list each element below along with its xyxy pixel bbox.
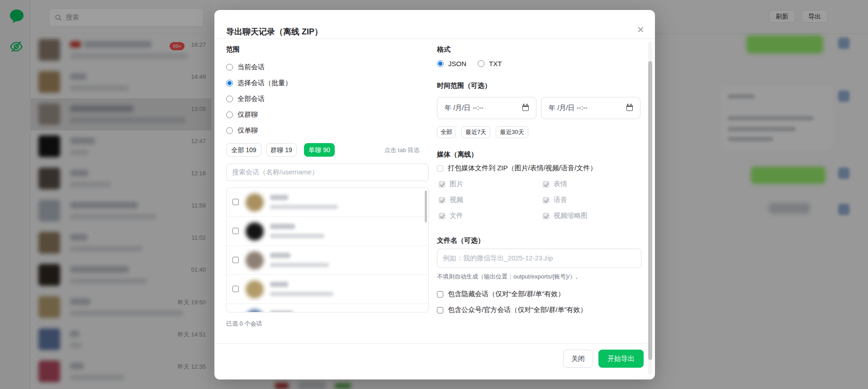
conversation-row[interactable] xyxy=(227,246,429,275)
avatar xyxy=(246,280,264,298)
conversation-search-placeholder: 搜索会话（名称/username） xyxy=(232,168,318,177)
checkbox-label: 表情 xyxy=(554,180,567,188)
conversation-search-input[interactable]: 搜索会话（名称/username） xyxy=(226,163,429,181)
blurred-text xyxy=(270,234,324,238)
avatar xyxy=(246,251,264,269)
blurred-text xyxy=(270,253,290,258)
avatar xyxy=(246,193,264,211)
filter-hint: 点击 tab 筛选 xyxy=(384,146,419,154)
checkbox-icon[interactable] xyxy=(437,307,443,313)
radio-label: JSON xyxy=(448,60,466,67)
format-heading: 格式 xyxy=(437,45,451,54)
checkbox-label: 包含隐藏会话（仅对“全部/群/单”有效） xyxy=(448,290,564,298)
radio-icon-checked[interactable] xyxy=(437,60,444,67)
checkbox-icon[interactable] xyxy=(437,291,443,298)
checkbox-icon[interactable] xyxy=(232,199,239,205)
conversation-row[interactable] xyxy=(227,304,429,312)
scope-option-singles-only[interactable]: 仅单聊 xyxy=(226,125,258,136)
radio-icon[interactable] xyxy=(226,96,233,102)
checkbox-icon[interactable] xyxy=(437,165,443,172)
radio-icon[interactable] xyxy=(226,64,233,71)
end-datetime-input[interactable]: 年 /月/日 --:-- xyxy=(541,97,640,119)
close-icon[interactable]: × xyxy=(637,24,644,35)
start-datetime-input[interactable]: 年 /月/日 --:-- xyxy=(437,97,536,119)
checkbox-label: 打包媒体文件到 ZIP（图片/表情/视频/语音/文件） xyxy=(448,164,597,173)
checkbox-label: 图片 xyxy=(450,180,463,188)
filename-placeholder: 例如：我的微信导出_2025-12-23.zip xyxy=(443,254,553,263)
include-official-checkbox-row[interactable]: 包含公众号/官方会话（仅对“全部/群/单”有效） xyxy=(437,306,587,314)
media-type-files: 文件 xyxy=(439,211,463,220)
checkbox-checked-disabled-icon xyxy=(543,213,549,219)
conversation-row[interactable] xyxy=(227,188,429,217)
modal-scrollbar-thumb[interactable] xyxy=(648,61,652,360)
radio-icon-checked[interactable] xyxy=(226,80,233,86)
radio-icon[interactable] xyxy=(478,60,484,67)
close-button[interactable]: 关闭 xyxy=(563,350,593,368)
scope-heading: 范围 xyxy=(226,45,240,54)
conversation-row[interactable] xyxy=(227,217,429,246)
avatar xyxy=(246,222,264,240)
checkbox-checked-disabled-icon xyxy=(543,181,549,187)
scope-option-groups-only[interactable]: 仅群聊 xyxy=(226,109,258,120)
checkbox-checked-disabled-icon xyxy=(439,213,445,219)
radio-icon[interactable] xyxy=(226,111,233,118)
conversation-list[interactable] xyxy=(226,187,429,312)
quick-range-30days[interactable]: 最近30天 xyxy=(496,126,528,138)
radio-icon[interactable] xyxy=(226,127,233,134)
filter-tab-all[interactable]: 全部 109 xyxy=(226,143,261,157)
radio-label: 仅单聊 xyxy=(237,126,258,135)
checkbox-label: 视频缩略图 xyxy=(554,211,588,220)
blurred-text xyxy=(270,224,295,229)
calendar-icon[interactable] xyxy=(626,105,633,111)
time-range-heading: 时间范围（可选） xyxy=(437,82,491,90)
conversation-row[interactable] xyxy=(227,275,429,304)
footer-divider xyxy=(214,343,655,344)
include-hidden-checkbox-row[interactable]: 包含隐藏会话（仅对“全部/群/单”有效） xyxy=(437,290,564,298)
list-scrollbar-thumb[interactable] xyxy=(425,191,427,222)
scope-option-all[interactable]: 全部会话 xyxy=(226,93,265,104)
media-type-images: 图片 xyxy=(439,180,463,188)
radio-label: 仅群聊 xyxy=(237,110,258,119)
checkbox-checked-disabled-icon xyxy=(439,181,445,187)
scope-option-current[interactable]: 当前会话 xyxy=(226,62,265,72)
media-type-video-thumbs: 视频缩略图 xyxy=(543,211,588,220)
calendar-icon[interactable] xyxy=(522,105,529,111)
header-divider xyxy=(214,38,655,39)
radio-label: 全部会话 xyxy=(237,95,265,103)
filter-tab-groups[interactable]: 群聊 19 xyxy=(266,143,297,157)
media-heading: 媒体（离线） xyxy=(437,150,478,159)
scope-option-selected-batch[interactable]: 选择会话（批量） xyxy=(226,77,292,88)
checkbox-label: 语音 xyxy=(554,196,567,204)
blurred-text xyxy=(270,263,329,267)
media-type-voice: 语音 xyxy=(543,196,567,204)
filter-tab-singles[interactable]: 单聊 90 xyxy=(304,143,335,157)
blurred-text xyxy=(270,205,338,209)
export-dialog: 导出聊天记录（离线 ZIP） × 范围 当前会话 选择会话（批量） 全部会话 仅… xyxy=(214,10,655,379)
filename-hint: 不填则自动生成（输出位置：output/exports/{账号}/）。 xyxy=(437,273,581,281)
radio-label: 选择会话（批量） xyxy=(237,79,292,87)
blurred-text xyxy=(270,195,288,200)
dialog-title: 导出聊天记录（离线 ZIP） xyxy=(226,26,323,37)
quick-range-all[interactable]: 全部 xyxy=(437,126,456,138)
checkbox-checked-disabled-icon xyxy=(439,197,445,203)
checkbox-icon[interactable] xyxy=(232,228,239,234)
checkbox-label: 文件 xyxy=(450,211,463,220)
media-type-stickers: 表情 xyxy=(543,180,567,188)
avatar xyxy=(246,309,264,312)
end-datetime-value: 年 /月/日 --:-- xyxy=(549,104,588,112)
media-type-videos: 视频 xyxy=(439,196,463,204)
checkbox-checked-disabled-icon xyxy=(543,197,549,203)
quick-range-7days[interactable]: 最近7天 xyxy=(461,126,490,138)
filename-heading: 文件名（可选） xyxy=(437,236,484,245)
pack-media-checkbox-row[interactable]: 打包媒体文件到 ZIP（图片/表情/视频/语音/文件） xyxy=(437,164,597,173)
checkbox-icon[interactable] xyxy=(232,286,239,292)
radio-label: 当前会话 xyxy=(237,63,265,72)
checkbox-label: 视频 xyxy=(450,196,463,204)
format-option-txt[interactable]: TXT xyxy=(478,58,502,69)
start-export-button[interactable]: 开始导出 xyxy=(598,350,644,368)
filename-input[interactable]: 例如：我的微信导出_2025-12-23.zip xyxy=(437,249,641,268)
blurred-text xyxy=(270,282,288,287)
format-option-json[interactable]: JSON xyxy=(437,58,466,69)
selected-count: 已选 0 个会话 xyxy=(226,320,262,328)
checkbox-icon[interactable] xyxy=(232,257,239,263)
